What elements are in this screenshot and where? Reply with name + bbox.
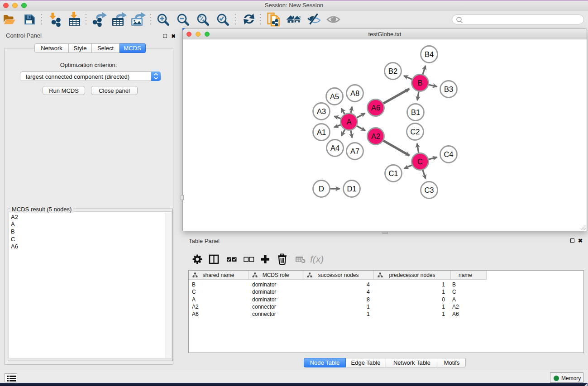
svg-text:A2: A2 — [371, 132, 380, 140]
svg-text:C3: C3 — [424, 186, 434, 194]
svg-text:C2: C2 — [410, 128, 420, 136]
svg-text:A3: A3 — [317, 107, 326, 115]
svg-text:A6: A6 — [371, 104, 380, 112]
svg-text:C: C — [417, 157, 423, 166]
svg-text:B1: B1 — [411, 108, 420, 116]
svg-text:C4: C4 — [444, 150, 453, 158]
svg-text:C1: C1 — [388, 169, 398, 177]
svg-text:D: D — [319, 185, 324, 193]
svg-text:A7: A7 — [350, 147, 359, 155]
svg-text:A4: A4 — [330, 144, 339, 152]
svg-text:B4: B4 — [425, 50, 434, 58]
svg-text:A5: A5 — [330, 92, 339, 100]
svg-text:B: B — [417, 79, 422, 87]
svg-text:A: A — [346, 118, 351, 126]
svg-text:f(x): f(x) — [310, 254, 324, 264]
svg-text:B2: B2 — [388, 67, 397, 75]
svg-text:A8: A8 — [350, 89, 359, 97]
svg-text:A1: A1 — [317, 128, 326, 136]
svg-text:B3: B3 — [444, 85, 453, 93]
svg-text:D1: D1 — [347, 185, 356, 193]
